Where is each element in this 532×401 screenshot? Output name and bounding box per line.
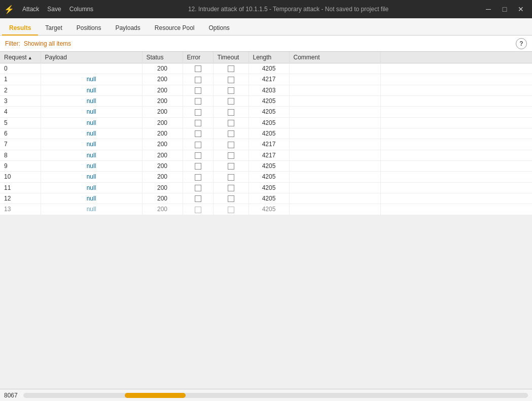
cell-error[interactable]	[183, 107, 213, 117]
table-row[interactable]: 02004205	[0, 63, 532, 74]
cell-timeout[interactable]	[213, 150, 249, 160]
cell-error-checkbox[interactable]	[195, 65, 201, 72]
cell-timeout-checkbox[interactable]	[228, 195, 234, 202]
cell-error-checkbox[interactable]	[195, 207, 201, 213]
cell-error[interactable]	[183, 182, 213, 193]
cell-timeout-checkbox[interactable]	[228, 174, 234, 181]
tab-resource-pool[interactable]: Resource Pool	[148, 21, 202, 36]
table-row[interactable]: 8null2004217	[0, 150, 532, 160]
help-button[interactable]: ?	[516, 38, 527, 49]
cell-timeout[interactable]	[213, 63, 249, 74]
table-row[interactable]: 12null2004205	[0, 193, 532, 204]
cell-timeout[interactable]	[213, 193, 249, 204]
cell-timeout-checkbox[interactable]	[228, 185, 234, 191]
cell-error[interactable]	[183, 193, 213, 204]
cell-timeout-checkbox[interactable]	[228, 142, 234, 148]
cell-status: 200	[142, 117, 183, 128]
cell-error[interactable]	[183, 204, 213, 215]
cell-error-checkbox[interactable]	[195, 98, 201, 105]
cell-error[interactable]	[183, 150, 213, 160]
col-header-timeout[interactable]: Timeout	[213, 52, 249, 63]
col-header-comment[interactable]: Comment	[289, 52, 380, 63]
cell-error[interactable]	[183, 117, 213, 128]
table-row[interactable]: 5null2004205	[0, 117, 532, 128]
cell-error[interactable]	[183, 128, 213, 139]
cell-error[interactable]	[183, 63, 213, 74]
cell-error[interactable]	[183, 160, 213, 171]
table-row[interactable]: 10null2004205	[0, 172, 532, 182]
cell-timeout[interactable]	[213, 85, 249, 95]
cell-timeout[interactable]	[213, 182, 249, 193]
cell-status: 200	[142, 95, 183, 106]
cell-timeout-checkbox[interactable]	[228, 109, 234, 116]
tab-options[interactable]: Options	[202, 21, 237, 36]
cell-request: 10	[0, 172, 41, 182]
horizontal-scrollbar[interactable]	[23, 393, 528, 398]
table-row[interactable]: 3null2004205	[0, 95, 532, 106]
table-row[interactable]: 11null2004205	[0, 182, 532, 193]
cell-error-checkbox[interactable]	[195, 130, 201, 137]
cell-error-checkbox[interactable]	[195, 163, 201, 170]
cell-timeout[interactable]	[213, 139, 249, 150]
col-header-payload[interactable]: Payload	[41, 52, 142, 63]
menu-save[interactable]: Save	[45, 5, 63, 14]
table-row[interactable]: 4null2004205	[0, 107, 532, 117]
menu-columns[interactable]: Columns	[67, 5, 95, 14]
table-row[interactable]: 9null2004205	[0, 160, 532, 171]
table-row[interactable]: 13null2004205	[0, 204, 532, 215]
cell-payload: null	[41, 117, 142, 128]
close-button[interactable]: ✕	[514, 2, 528, 16]
tab-target[interactable]: Target	[38, 21, 69, 36]
cell-timeout[interactable]	[213, 128, 249, 139]
minimize-button[interactable]: ─	[481, 2, 495, 16]
cell-error[interactable]	[183, 85, 213, 95]
col-header-length[interactable]: Length	[249, 52, 289, 63]
cell-error-checkbox[interactable]	[195, 142, 201, 148]
cell-timeout-checkbox[interactable]	[228, 152, 234, 159]
col-header-request[interactable]: Request▲	[0, 52, 41, 63]
cell-timeout[interactable]	[213, 95, 249, 106]
cell-error-checkbox[interactable]	[195, 109, 201, 116]
cell-timeout[interactable]	[213, 172, 249, 182]
cell-error[interactable]	[183, 139, 213, 150]
cell-timeout-checkbox[interactable]	[228, 77, 234, 83]
tab-results[interactable]: Results	[2, 21, 38, 36]
cell-timeout-checkbox[interactable]	[228, 87, 234, 94]
table-row[interactable]: 6null2004205	[0, 128, 532, 139]
cell-error[interactable]	[183, 74, 213, 85]
cell-error[interactable]	[183, 95, 213, 106]
cell-status: 200	[142, 204, 183, 215]
cell-timeout-checkbox[interactable]	[228, 130, 234, 137]
maximize-button[interactable]: □	[498, 2, 512, 16]
cell-error-checkbox[interactable]	[195, 120, 201, 126]
cell-error-checkbox[interactable]	[195, 152, 201, 159]
table-row[interactable]: 1null2004217	[0, 74, 532, 85]
cell-error-checkbox[interactable]	[195, 195, 201, 202]
filter-label[interactable]: Filter: Showing all items	[5, 40, 71, 47]
scrollbar-thumb[interactable]	[125, 393, 186, 398]
col-header-status[interactable]: Status	[142, 52, 183, 63]
cell-error[interactable]	[183, 172, 213, 182]
col-header-error[interactable]: Error	[183, 52, 213, 63]
cell-timeout-checkbox[interactable]	[228, 120, 234, 126]
cell-error-checkbox[interactable]	[195, 174, 201, 181]
cell-timeout[interactable]	[213, 107, 249, 117]
cell-timeout-checkbox[interactable]	[228, 207, 234, 213]
cell-request: 12	[0, 193, 41, 204]
cell-payload: null	[41, 128, 142, 139]
table-row[interactable]: 2null2004203	[0, 85, 532, 95]
cell-timeout[interactable]	[213, 204, 249, 215]
cell-error-checkbox[interactable]	[195, 77, 201, 83]
cell-timeout[interactable]	[213, 117, 249, 128]
tab-positions[interactable]: Positions	[69, 21, 109, 36]
cell-timeout[interactable]	[213, 160, 249, 171]
cell-timeout-checkbox[interactable]	[228, 163, 234, 170]
cell-error-checkbox[interactable]	[195, 87, 201, 94]
cell-timeout-checkbox[interactable]	[228, 65, 234, 72]
cell-timeout-checkbox[interactable]	[228, 98, 234, 105]
tab-payloads[interactable]: Payloads	[108, 21, 147, 36]
cell-error-checkbox[interactable]	[195, 185, 201, 191]
table-row[interactable]: 7null2004217	[0, 139, 532, 150]
cell-timeout[interactable]	[213, 74, 249, 85]
menu-attack[interactable]: Attack	[20, 5, 41, 14]
